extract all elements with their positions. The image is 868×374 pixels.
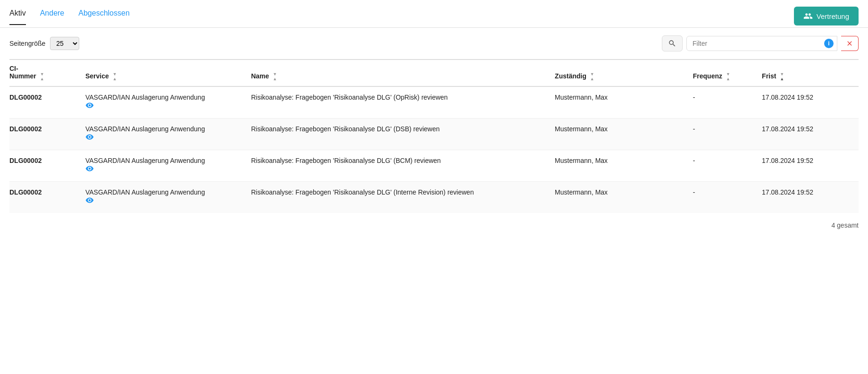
- service-link-wrap: [85, 196, 94, 206]
- col-header-name[interactable]: Name ▼▲: [251, 60, 555, 86]
- cell-name: Risikoanalyse: Fragebogen 'Risikoanalyse…: [251, 182, 555, 213]
- filter-clear-button[interactable]: [841, 36, 859, 51]
- cell-zustaendig: Mustermann, Max: [555, 86, 693, 119]
- zustaendig-sort-icons: ▼▲: [590, 72, 594, 81]
- cell-zustaendig: Mustermann, Max: [555, 119, 693, 150]
- cell-frist: 17.08.2024 19:52: [762, 150, 859, 182]
- eye-icon[interactable]: [85, 196, 94, 206]
- col-header-service[interactable]: Service ▼▲: [85, 60, 251, 86]
- cell-frequenz: -: [693, 86, 762, 119]
- cell-service: VASGARD/IAN Auslagerung Anwendung: [85, 86, 251, 119]
- cell-frequenz: -: [693, 182, 762, 213]
- eye-icon[interactable]: [85, 164, 94, 175]
- cell-frist: 17.08.2024 19:52: [762, 86, 859, 119]
- table-row: DLG00002 VASGARD/IAN Auslagerung Anwendu…: [9, 150, 859, 182]
- eye-icon[interactable]: [85, 101, 94, 111]
- filter-input[interactable]: [686, 36, 837, 51]
- vertretung-label: Vertretung: [817, 12, 849, 20]
- cell-zustaendig: Mustermann, Max: [555, 182, 693, 213]
- ci-sort-icons: ▼▲: [40, 72, 44, 81]
- table-row: DLG00002 VASGARD/IAN Auslagerung Anwendu…: [9, 86, 859, 119]
- col-header-ci-nummer[interactable]: CI-Nummer ▼▲: [9, 60, 85, 86]
- page-size-label: Seitengröße: [9, 40, 45, 47]
- table-header-row: CI-Nummer ▼▲ Service ▼▲ Name ▼▲: [9, 60, 859, 86]
- col-header-frequenz[interactable]: Frequenz ▼▲: [693, 60, 762, 86]
- tab-andere[interactable]: Andere: [40, 9, 65, 25]
- cell-name: Risikoanalyse: Fragebogen 'Risikoanalyse…: [251, 150, 555, 182]
- cell-frist: 17.08.2024 19:52: [762, 119, 859, 150]
- name-sort-icons: ▼▲: [273, 72, 277, 81]
- clear-icon: [846, 40, 853, 47]
- cell-name: Risikoanalyse: Fragebogen 'Risikoanalyse…: [251, 86, 555, 119]
- vertretung-icon: [803, 11, 813, 21]
- search-button[interactable]: [662, 35, 683, 51]
- cell-frist: 17.08.2024 19:52: [762, 182, 859, 213]
- table-wrap: CI-Nummer ▼▲ Service ▼▲ Name ▼▲: [0, 59, 868, 213]
- cell-ci-nummer: DLG00002: [9, 119, 85, 150]
- cell-ci-nummer: DLG00002: [9, 150, 85, 182]
- tabs-left: Aktiv Andere Abgeschlossen: [9, 9, 130, 25]
- page-size-select[interactable]: 25 50 100: [50, 37, 79, 50]
- service-sort-icons: ▼▲: [113, 72, 117, 81]
- filter-input-wrap: i: [686, 36, 837, 51]
- tab-abgeschlossen[interactable]: Abgeschlossen: [78, 9, 130, 25]
- cell-service: VASGARD/IAN Auslagerung Anwendung: [85, 119, 251, 150]
- main-table: CI-Nummer ▼▲ Service ▼▲ Name ▼▲: [9, 59, 859, 213]
- service-link-wrap: [85, 101, 94, 111]
- cell-service: VASGARD/IAN Auslagerung Anwendung: [85, 182, 251, 213]
- page-size-group: Seitengröße 25 50 100: [9, 37, 79, 50]
- table-row: DLG00002 VASGARD/IAN Auslagerung Anwendu…: [9, 119, 859, 150]
- cell-ci-nummer: DLG00002: [9, 86, 85, 119]
- total-label: 4 gesamt: [831, 221, 859, 229]
- cell-ci-nummer: DLG00002: [9, 182, 85, 213]
- cell-frequenz: -: [693, 150, 762, 182]
- footer-count: 4 gesamt: [0, 213, 868, 238]
- search-icon: [668, 39, 676, 48]
- col-header-zustaendig[interactable]: Zuständig ▼▲: [555, 60, 693, 86]
- table-row: DLG00002 VASGARD/IAN Auslagerung Anwendu…: [9, 182, 859, 213]
- tabs-bar: Aktiv Andere Abgeschlossen Vertretung: [0, 0, 868, 28]
- eye-icon[interactable]: [85, 133, 94, 143]
- tab-aktiv[interactable]: Aktiv: [9, 9, 26, 25]
- cell-frequenz: -: [693, 119, 762, 150]
- frist-sort-icons: ▼▲: [780, 72, 784, 81]
- filter-info-badge[interactable]: i: [824, 39, 834, 48]
- cell-service: VASGARD/IAN Auslagerung Anwendung: [85, 150, 251, 182]
- cell-zustaendig: Mustermann, Max: [555, 150, 693, 182]
- service-link-wrap: [85, 133, 94, 143]
- service-link-wrap: [85, 164, 94, 175]
- col-header-frist[interactable]: Frist ▼▲: [762, 60, 859, 86]
- vertretung-button[interactable]: Vertretung: [794, 7, 859, 26]
- frequenz-sort-icons: ▼▲: [726, 72, 730, 81]
- filter-group: i: [662, 35, 859, 51]
- toolbar: Seitengröße 25 50 100 i: [0, 28, 868, 59]
- cell-name: Risikoanalyse: Fragebogen 'Risikoanalyse…: [251, 119, 555, 150]
